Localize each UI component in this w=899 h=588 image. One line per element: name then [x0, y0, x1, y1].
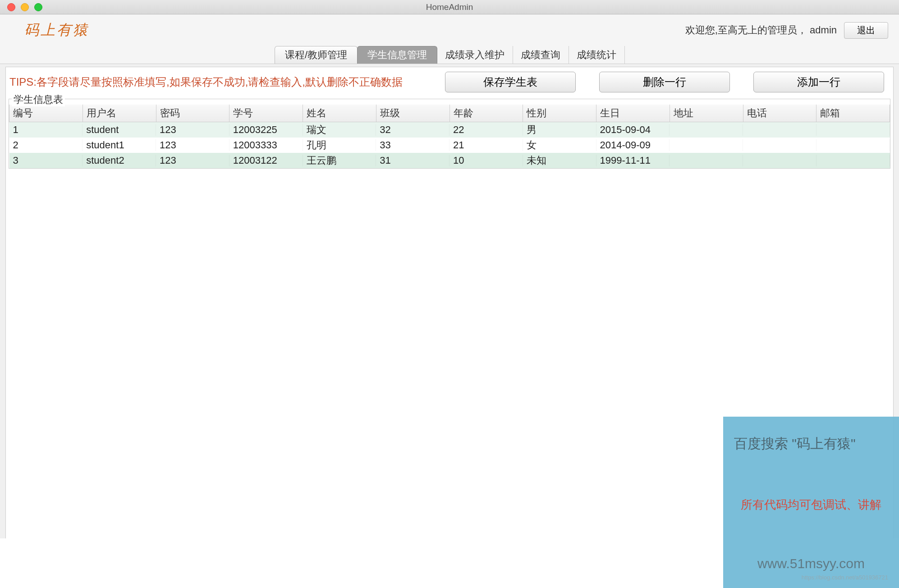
- watermark-small: https://blog.csdn.net/a501936721: [734, 574, 888, 581]
- tab-score-entry[interactable]: 成绩录入维护: [437, 46, 513, 64]
- fieldset-legend: 学生信息表: [12, 93, 65, 106]
- cell-sno[interactable]: 12003333: [229, 138, 303, 153]
- cell-email[interactable]: [816, 138, 890, 153]
- cell-sno[interactable]: 12003225: [229, 122, 303, 138]
- tab-score-query[interactable]: 成绩查询: [513, 46, 569, 64]
- cell-password[interactable]: 123: [156, 138, 229, 153]
- delete-row-button[interactable]: 删除一行: [599, 72, 730, 92]
- logout-button[interactable]: 退出: [844, 22, 888, 39]
- window-maximize-button[interactable]: [34, 3, 42, 11]
- cell-phone[interactable]: [743, 153, 816, 168]
- welcome-area: 欢迎您,至高无上的管理员， admin 退出: [685, 22, 888, 39]
- cell-class[interactable]: 32: [376, 122, 450, 138]
- cell-email[interactable]: [816, 122, 890, 138]
- table-row[interactable]: 2student112312003333孔明3321女2014-09-09: [9, 138, 890, 153]
- student-table-fieldset: 学生信息表 编号 用户名 密码 学号 姓名 班级 年龄 性别 生日 地址 电话 …: [9, 99, 890, 169]
- watermark-line3: www.51msyy.com: [734, 556, 888, 571]
- header: 码上有猿 欢迎您,至高无上的管理员， admin 退出: [0, 14, 899, 46]
- col-gender[interactable]: 性别: [523, 105, 596, 122]
- username-label: admin: [810, 24, 837, 36]
- cell-age[interactable]: 21: [450, 138, 523, 153]
- tips-text: TIPS:各字段请尽量按照标准填写,如果保存不成功,请检查输入,默认删除不正确数…: [9, 75, 403, 89]
- cell-username[interactable]: student: [83, 122, 156, 138]
- cell-password[interactable]: 123: [156, 122, 229, 138]
- cell-id[interactable]: 1: [9, 122, 83, 138]
- cell-address[interactable]: [670, 138, 743, 153]
- tab-course-teacher[interactable]: 课程/教师管理: [275, 46, 358, 64]
- cell-gender[interactable]: 女: [523, 138, 596, 153]
- cell-age[interactable]: 10: [450, 153, 523, 168]
- action-buttons: 保存学生表 删除一行 添加一行: [445, 72, 884, 92]
- table-header-row: 编号 用户名 密码 学号 姓名 班级 年龄 性别 生日 地址 电话 邮箱: [9, 105, 890, 122]
- titlebar: HomeAdmin: [0, 0, 899, 14]
- watermark-line1: 百度搜索 "码上有猿": [734, 435, 888, 453]
- tips-row: TIPS:各字段请尽量按照标准填写,如果保存不成功,请检查输入,默认删除不正确数…: [6, 67, 893, 97]
- tabs-row: 课程/教师管理 学生信息管理 成绩录入维护 成绩查询 成绩统计: [0, 46, 899, 64]
- cell-birthday[interactable]: 2015-09-04: [596, 122, 670, 138]
- col-email[interactable]: 邮箱: [816, 105, 890, 122]
- cell-id[interactable]: 3: [9, 153, 83, 168]
- cell-class[interactable]: 33: [376, 138, 450, 153]
- table-row[interactable]: 1student12312003225瑞文3222男2015-09-04: [9, 122, 890, 138]
- cell-address[interactable]: [670, 122, 743, 138]
- cell-gender[interactable]: 男: [523, 122, 596, 138]
- cell-phone[interactable]: [743, 138, 816, 153]
- col-username[interactable]: 用户名: [83, 105, 156, 122]
- col-address[interactable]: 地址: [670, 105, 743, 122]
- welcome-text: 欢迎您,至高无上的管理员， admin: [685, 23, 837, 37]
- window-close-button[interactable]: [7, 3, 15, 11]
- student-table[interactable]: 编号 用户名 密码 学号 姓名 班级 年龄 性别 生日 地址 电话 邮箱 1st…: [9, 105, 890, 168]
- col-age[interactable]: 年龄: [450, 105, 523, 122]
- add-row-button[interactable]: 添加一行: [753, 72, 884, 92]
- col-name[interactable]: 姓名: [303, 105, 376, 122]
- cell-password[interactable]: 123: [156, 153, 229, 168]
- table-row[interactable]: 3student212312003122王云鹏3110未知1999-11-11: [9, 153, 890, 168]
- watermark-line2: 所有代码均可包调试、讲解: [734, 497, 888, 513]
- col-birthday[interactable]: 生日: [596, 105, 670, 122]
- cell-birthday[interactable]: 2014-09-09: [596, 138, 670, 153]
- cell-address[interactable]: [670, 153, 743, 168]
- cell-gender[interactable]: 未知: [523, 153, 596, 168]
- cell-class[interactable]: 31: [376, 153, 450, 168]
- cell-username[interactable]: student1: [83, 138, 156, 153]
- cell-sno[interactable]: 12003122: [229, 153, 303, 168]
- cell-age[interactable]: 22: [450, 122, 523, 138]
- col-password[interactable]: 密码: [156, 105, 229, 122]
- cell-name[interactable]: 瑞文: [303, 122, 376, 138]
- col-phone[interactable]: 电话: [743, 105, 816, 122]
- traffic-lights: [0, 3, 42, 11]
- cell-name[interactable]: 孔明: [303, 138, 376, 153]
- cell-username[interactable]: student2: [83, 153, 156, 168]
- col-class[interactable]: 班级: [376, 105, 450, 122]
- cell-birthday[interactable]: 1999-11-11: [596, 153, 670, 168]
- cell-name[interactable]: 王云鹏: [303, 153, 376, 168]
- col-id[interactable]: 编号: [9, 105, 83, 122]
- window-title: HomeAdmin: [426, 2, 473, 12]
- col-sno[interactable]: 学号: [229, 105, 303, 122]
- window-minimize-button[interactable]: [21, 3, 29, 11]
- watermark-overlay: 百度搜索 "码上有猿" 所有代码均可包调试、讲解 www.51msyy.com …: [723, 417, 899, 588]
- cell-phone[interactable]: [743, 122, 816, 138]
- app-logo: 码上有猿: [24, 20, 89, 40]
- cell-id[interactable]: 2: [9, 138, 83, 153]
- tab-score-stats[interactable]: 成绩统计: [569, 46, 625, 64]
- tab-student-info[interactable]: 学生信息管理: [357, 46, 437, 64]
- tabs: 课程/教师管理 学生信息管理 成绩录入维护 成绩查询 成绩统计: [275, 46, 624, 64]
- cell-email[interactable]: [816, 153, 890, 168]
- save-table-button[interactable]: 保存学生表: [445, 72, 576, 92]
